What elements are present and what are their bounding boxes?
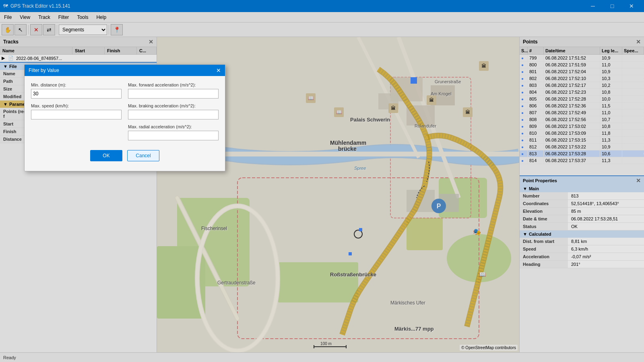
filter-dialog-close[interactable]: ✕ — [216, 67, 221, 74]
max-braking-label: Max. braking acceleration (m/s^2): — [128, 103, 219, 108]
filter-row-2: Max. speed (km/h): Max. braking accelera… — [31, 103, 219, 119]
max-forward-accel-field: Max. forward acceleration (m/s^2): — [128, 82, 219, 99]
filter-dialog: Filter by Value ✕ Min. distance (m): Max… — [24, 64, 225, 171]
min-distance-label: Min. distance (m): — [31, 82, 122, 87]
max-speed-label: Max. speed (km/h): — [31, 103, 122, 108]
max-speed-input[interactable] — [31, 110, 122, 119]
max-forward-accel-label: Max. forward acceleration (m/s^2): — [128, 82, 219, 87]
max-braking-field: Max. braking acceleration (m/s^2): — [128, 103, 219, 119]
max-radial-label: Max. radial acceleration (m/s^2): — [128, 124, 219, 129]
filter-dialog-titlebar: Filter by Value ✕ — [25, 65, 225, 76]
max-radial-input[interactable] — [128, 131, 219, 140]
dialog-overlay: Filter by Value ✕ Min. distance (m): Max… — [0, 0, 644, 362]
min-distance-input[interactable] — [31, 89, 122, 99]
max-radial-field: Max. radial acceleration (m/s^2): — [128, 124, 219, 140]
min-distance-field: Min. distance (m): — [31, 82, 122, 99]
filter-cancel-button[interactable]: Cancel — [127, 150, 159, 161]
filter-dialog-buttons: OK Cancel — [31, 150, 219, 165]
filter-ok-button[interactable]: OK — [90, 150, 122, 161]
max-forward-accel-input[interactable] — [128, 89, 219, 99]
filter-dialog-body: Min. distance (m): Max. forward accelera… — [25, 76, 225, 171]
filter-dialog-title: Filter by Value — [29, 68, 59, 73]
max-speed-field: Max. speed (km/h): — [31, 103, 122, 119]
filter-row-3: Max. radial acceleration (m/s^2): — [31, 124, 219, 140]
filter-row-1: Min. distance (m): Max. forward accelera… — [31, 82, 219, 99]
max-braking-input[interactable] — [128, 110, 219, 119]
